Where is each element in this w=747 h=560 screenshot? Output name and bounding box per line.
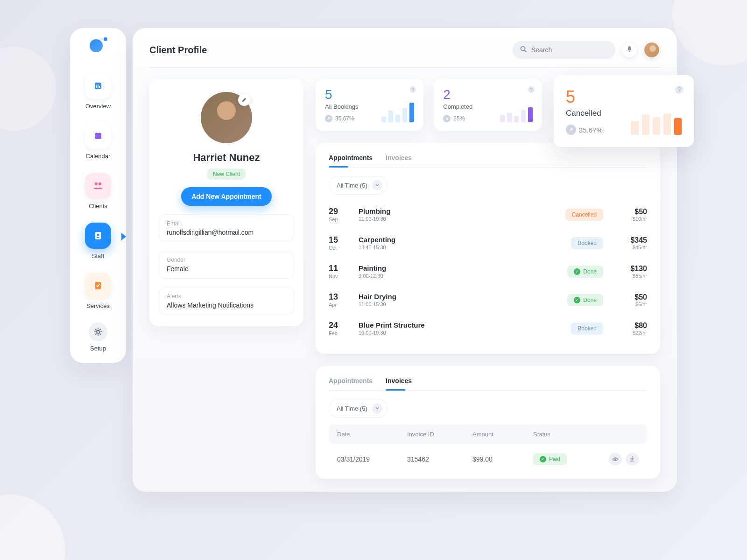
svg-point-6 — [96, 133, 97, 133]
stat-card-bookings[interactable]: ? 5 All Bookings 35.67% — [316, 79, 423, 131]
edit-photo-button[interactable] — [238, 94, 250, 106]
status-badge: Booked — [571, 322, 603, 335]
check-icon: ✓ — [574, 268, 580, 275]
tab-invoices[interactable]: Invoices — [386, 154, 412, 167]
arrow-up-icon — [325, 115, 332, 122]
help-icon[interactable]: ? — [528, 86, 535, 93]
stat-card-completed[interactable]: ? 2 Completed 25% — [434, 79, 542, 131]
appointment-price: $345$45/hr — [614, 236, 647, 250]
col-amount: Amount — [472, 431, 533, 438]
gear-icon — [92, 326, 104, 337]
bell-icon — [626, 46, 633, 54]
tab-appointments[interactable]: Appointments — [329, 377, 373, 390]
people-icon — [92, 180, 104, 191]
svg-point-8 — [95, 182, 98, 185]
download-icon — [629, 455, 635, 463]
sidebar-item-clients[interactable]: Clients — [76, 173, 120, 210]
time-filter[interactable]: All Time (5) — [329, 176, 388, 195]
info-gender[interactable]: Gender Female — [159, 251, 294, 279]
appointment-info: Painting9:00-12:30 — [359, 264, 556, 279]
invoice-amount: $99.00 — [472, 455, 533, 463]
info-value: Allows Marketing Notifications — [167, 301, 286, 309]
invoice-id: 315462 — [407, 455, 472, 463]
sidebar-item-setup[interactable]: Setup — [76, 322, 120, 352]
mini-bar-chart — [381, 103, 414, 122]
invoice-date: 03/31/2019 — [337, 455, 407, 463]
view-invoice-button[interactable] — [609, 453, 622, 466]
sidebar-item-staff[interactable]: Staff — [76, 223, 120, 259]
svg-point-11 — [97, 234, 99, 236]
appointments-tabs: Appointments Invoices — [329, 154, 647, 168]
sidebar-item-calendar[interactable]: Calendar — [76, 123, 120, 160]
svg-rect-1 — [96, 85, 97, 88]
appointment-price: $50$10/hr — [614, 208, 647, 222]
status-badge: Cancelled — [565, 209, 603, 221]
appointments-section: Appointments Invoices All Time (5) 29Sep… — [316, 143, 660, 354]
invoice-row[interactable]: 03/31/2019315462$99.00✓Paid — [329, 444, 647, 468]
add-appointment-button[interactable]: Add New Appointment — [181, 187, 272, 206]
appointment-info: Hair Drying11:00-15:30 — [359, 293, 556, 307]
chevron-down-icon — [372, 180, 382, 190]
notifications-button[interactable] — [622, 42, 637, 57]
chevron-down-icon — [372, 403, 382, 413]
stats-row: ? 5 All Bookings 35.67% — [316, 79, 660, 131]
sidebar-item-label: Clients — [89, 203, 107, 210]
svg-line-15 — [525, 50, 527, 52]
appointment-row[interactable]: 29SepPlumbing11:00-19:30Cancelled$50$10/… — [329, 200, 647, 229]
appointment-row[interactable]: 24FebBlue Print Structure10:00-19:30Book… — [329, 314, 647, 343]
info-value: runolfsdir.gillian@hotmail.com — [167, 229, 286, 236]
invoices-table: Date Invoice ID Amount Status 03/31/2019… — [329, 424, 647, 468]
sidebar-item-label: Staff — [92, 252, 105, 259]
invoice-status: ✓Paid — [533, 453, 609, 465]
help-icon[interactable]: ? — [409, 86, 416, 93]
info-alerts[interactable]: Alerts Allows Marketing Notifications — [159, 287, 294, 315]
search-icon — [520, 46, 527, 54]
eye-icon — [612, 455, 619, 463]
header: Client Profile — [149, 41, 660, 68]
arrow-up-icon — [566, 125, 576, 135]
clipboard-check-icon — [92, 280, 104, 291]
filter-label: All Time (5) — [337, 182, 367, 189]
svg-rect-2 — [98, 84, 99, 88]
svg-rect-3 — [99, 86, 100, 88]
stat-number: 2 — [443, 87, 532, 102]
check-icon: ✓ — [540, 456, 546, 462]
appointment-date: 11Nov — [329, 264, 347, 279]
col-status: Status — [533, 431, 639, 438]
info-label: Email — [167, 220, 286, 227]
mini-bar-chart — [631, 113, 682, 135]
info-label: Alerts — [167, 293, 286, 300]
svg-rect-5 — [95, 135, 101, 135]
status-badge: Booked — [571, 237, 603, 249]
appointment-date: 29Sep — [329, 207, 347, 222]
appointment-row[interactable]: 13AprHair Drying11:00-15:30✓Done$50$5/hr — [329, 286, 647, 314]
pencil-icon — [242, 96, 247, 104]
sidebar-item-overview[interactable]: Overview — [76, 73, 120, 110]
download-invoice-button[interactable] — [626, 453, 639, 466]
appointment-row[interactable]: 11NovPainting9:00-12:30✓Done$130$55/hr — [329, 257, 647, 286]
sidebar-item-services[interactable]: Services — [76, 273, 120, 309]
search-box[interactable] — [513, 41, 615, 59]
time-filter[interactable]: All Time (5) — [329, 399, 388, 418]
info-email[interactable]: Email runolfsdir.gillian@hotmail.com — [159, 214, 294, 242]
svg-rect-4 — [95, 133, 101, 139]
invoices-section: Appointments Invoices All Time (5) Date … — [316, 366, 660, 479]
appointment-info: Plumbing11:00-19:30 — [359, 207, 554, 222]
stat-card-cancelled[interactable]: ? 5 Cancelled 35.67% — [554, 75, 694, 147]
user-avatar[interactable] — [643, 42, 660, 58]
col-invoice-id: Invoice ID — [407, 431, 472, 438]
profile-photo — [201, 92, 252, 143]
table-header: Date Invoice ID Amount Status — [329, 424, 647, 444]
tab-appointments[interactable]: Appointments — [329, 154, 373, 167]
page-title: Client Profile — [149, 45, 207, 56]
svg-point-13 — [97, 330, 99, 333]
tab-invoices[interactable]: Invoices — [386, 377, 412, 390]
invoices-tabs: Appointments Invoices — [329, 377, 647, 391]
client-badge: New Client — [207, 168, 246, 180]
search-input[interactable] — [531, 46, 608, 54]
appointment-row[interactable]: 15OctCarpenting13:45-15:30Booked$345$45/… — [329, 229, 647, 257]
help-icon[interactable]: ? — [675, 85, 684, 94]
sidebar-item-label: Calendar — [86, 153, 111, 160]
profile-name: Harriet Nunez — [159, 152, 294, 164]
status-badge: ✓Done — [567, 294, 603, 306]
